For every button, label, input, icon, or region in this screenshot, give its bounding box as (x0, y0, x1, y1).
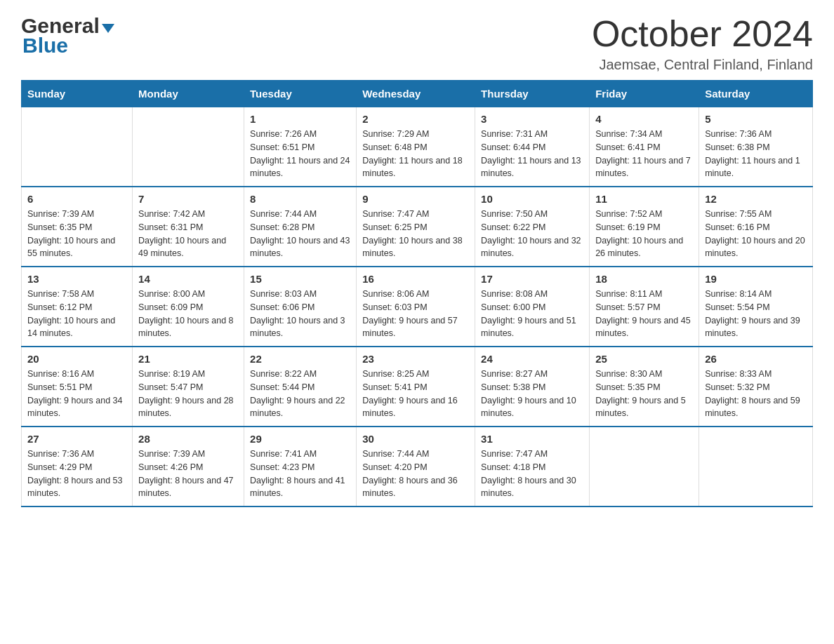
day-number: 12 (705, 193, 807, 205)
week-row-0: 1Sunrise: 7:26 AMSunset: 6:51 PMDaylight… (22, 107, 813, 187)
header-tuesday: Tuesday (244, 81, 357, 107)
calendar-cell: 26Sunrise: 8:33 AMSunset: 5:32 PMDayligh… (699, 347, 813, 427)
logo-triangle-icon (102, 24, 114, 33)
day-number: 8 (250, 193, 350, 205)
day-info: Sunrise: 8:06 AMSunset: 6:03 PMDaylight:… (362, 288, 469, 340)
day-number: 22 (250, 353, 350, 365)
day-number: 7 (138, 193, 238, 205)
header-friday: Friday (590, 81, 699, 107)
day-number: 20 (27, 353, 126, 365)
calendar-cell: 5Sunrise: 7:36 AMSunset: 6:38 PMDaylight… (699, 107, 813, 187)
calendar-cell: 13Sunrise: 7:58 AMSunset: 6:12 PMDayligh… (22, 267, 133, 347)
day-number: 4 (595, 113, 693, 125)
week-row-3: 20Sunrise: 8:16 AMSunset: 5:51 PMDayligh… (22, 347, 813, 427)
calendar-cell (699, 427, 813, 507)
title-section: October 2024 Jaemsae, Central Finland, F… (592, 14, 813, 73)
day-info: Sunrise: 8:16 AMSunset: 5:51 PMDaylight:… (27, 368, 126, 420)
calendar-cell: 18Sunrise: 8:11 AMSunset: 5:57 PMDayligh… (590, 267, 699, 347)
day-number: 3 (481, 113, 583, 125)
calendar-cell: 21Sunrise: 8:19 AMSunset: 5:47 PMDayligh… (133, 347, 244, 427)
day-info: Sunrise: 8:14 AMSunset: 5:54 PMDaylight:… (705, 288, 807, 340)
calendar-cell: 4Sunrise: 7:34 AMSunset: 6:41 PMDaylight… (590, 107, 699, 187)
day-number: 6 (27, 193, 126, 205)
calendar-cell: 24Sunrise: 8:27 AMSunset: 5:38 PMDayligh… (475, 347, 590, 427)
day-info: Sunrise: 8:00 AMSunset: 6:09 PMDaylight:… (138, 288, 238, 340)
calendar-cell: 6Sunrise: 7:39 AMSunset: 6:35 PMDaylight… (22, 187, 133, 267)
day-info: Sunrise: 7:47 AMSunset: 4:18 PMDaylight:… (481, 448, 583, 500)
day-number: 24 (481, 353, 583, 365)
day-info: Sunrise: 7:34 AMSunset: 6:41 PMDaylight:… (595, 128, 693, 180)
calendar-cell: 29Sunrise: 7:41 AMSunset: 4:23 PMDayligh… (244, 427, 357, 507)
day-number: 25 (595, 353, 693, 365)
calendar-cell: 3Sunrise: 7:31 AMSunset: 6:44 PMDaylight… (475, 107, 590, 187)
day-info: Sunrise: 7:36 AMSunset: 4:29 PMDaylight:… (27, 448, 126, 500)
calendar-cell: 12Sunrise: 7:55 AMSunset: 6:16 PMDayligh… (699, 187, 813, 267)
calendar-cell: 31Sunrise: 7:47 AMSunset: 4:18 PMDayligh… (475, 427, 590, 507)
day-info: Sunrise: 7:58 AMSunset: 6:12 PMDaylight:… (27, 288, 126, 340)
week-row-1: 6Sunrise: 7:39 AMSunset: 6:35 PMDaylight… (22, 187, 813, 267)
calendar-cell: 19Sunrise: 8:14 AMSunset: 5:54 PMDayligh… (699, 267, 813, 347)
day-number: 19 (705, 273, 807, 285)
calendar-cell: 8Sunrise: 7:44 AMSunset: 6:28 PMDaylight… (244, 187, 357, 267)
calendar-cell: 11Sunrise: 7:52 AMSunset: 6:19 PMDayligh… (590, 187, 699, 267)
day-info: Sunrise: 7:39 AMSunset: 4:26 PMDaylight:… (138, 448, 238, 500)
day-number: 1 (250, 113, 350, 125)
day-info: Sunrise: 7:39 AMSunset: 6:35 PMDaylight:… (27, 208, 126, 260)
day-number: 21 (138, 353, 238, 365)
day-number: 26 (705, 353, 807, 365)
day-number: 31 (481, 433, 583, 445)
calendar-cell: 15Sunrise: 8:03 AMSunset: 6:06 PMDayligh… (244, 267, 357, 347)
day-info: Sunrise: 8:19 AMSunset: 5:47 PMDaylight:… (138, 368, 238, 420)
day-info: Sunrise: 7:29 AMSunset: 6:48 PMDaylight:… (362, 128, 469, 180)
day-info: Sunrise: 7:55 AMSunset: 6:16 PMDaylight:… (705, 208, 807, 260)
day-number: 11 (595, 193, 693, 205)
day-number: 28 (138, 433, 238, 445)
day-info: Sunrise: 8:27 AMSunset: 5:38 PMDaylight:… (481, 368, 583, 420)
day-info: Sunrise: 7:36 AMSunset: 6:38 PMDaylight:… (705, 128, 807, 180)
subtitle: Jaemsae, Central Finland, Finland (592, 57, 813, 73)
header-wednesday: Wednesday (357, 81, 475, 107)
day-info: Sunrise: 7:44 AMSunset: 6:28 PMDaylight:… (250, 208, 350, 260)
calendar-cell: 14Sunrise: 8:00 AMSunset: 6:09 PMDayligh… (133, 267, 244, 347)
day-number: 2 (362, 113, 469, 125)
calendar-cell: 1Sunrise: 7:26 AMSunset: 6:51 PMDaylight… (244, 107, 357, 187)
calendar-header-row: SundayMondayTuesdayWednesdayThursdayFrid… (22, 81, 813, 107)
day-info: Sunrise: 7:50 AMSunset: 6:22 PMDaylight:… (481, 208, 583, 260)
page-header: General Blue October 2024 Jaemsae, Centr… (21, 14, 813, 73)
calendar-cell: 27Sunrise: 7:36 AMSunset: 4:29 PMDayligh… (22, 427, 133, 507)
calendar-cell: 25Sunrise: 8:30 AMSunset: 5:35 PMDayligh… (590, 347, 699, 427)
logo-blue: Blue (22, 34, 68, 58)
calendar-table: SundayMondayTuesdayWednesdayThursdayFrid… (21, 80, 813, 507)
calendar-cell: 28Sunrise: 7:39 AMSunset: 4:26 PMDayligh… (133, 427, 244, 507)
day-number: 10 (481, 193, 583, 205)
day-info: Sunrise: 7:26 AMSunset: 6:51 PMDaylight:… (250, 128, 350, 180)
calendar-cell: 7Sunrise: 7:42 AMSunset: 6:31 PMDaylight… (133, 187, 244, 267)
day-info: Sunrise: 8:03 AMSunset: 6:06 PMDaylight:… (250, 288, 350, 340)
logo: General Blue (21, 14, 114, 58)
header-sunday: Sunday (22, 81, 133, 107)
day-info: Sunrise: 7:47 AMSunset: 6:25 PMDaylight:… (362, 208, 469, 260)
header-saturday: Saturday (699, 81, 813, 107)
day-info: Sunrise: 7:44 AMSunset: 4:20 PMDaylight:… (362, 448, 469, 500)
calendar-cell: 16Sunrise: 8:06 AMSunset: 6:03 PMDayligh… (357, 267, 475, 347)
day-info: Sunrise: 7:31 AMSunset: 6:44 PMDaylight:… (481, 128, 583, 180)
day-info: Sunrise: 8:25 AMSunset: 5:41 PMDaylight:… (362, 368, 469, 420)
calendar-cell: 23Sunrise: 8:25 AMSunset: 5:41 PMDayligh… (357, 347, 475, 427)
header-thursday: Thursday (475, 81, 590, 107)
week-row-2: 13Sunrise: 7:58 AMSunset: 6:12 PMDayligh… (22, 267, 813, 347)
day-number: 14 (138, 273, 238, 285)
day-info: Sunrise: 8:33 AMSunset: 5:32 PMDaylight:… (705, 368, 807, 420)
day-info: Sunrise: 8:11 AMSunset: 5:57 PMDaylight:… (595, 288, 693, 340)
main-title: October 2024 (592, 14, 813, 54)
calendar-cell: 20Sunrise: 8:16 AMSunset: 5:51 PMDayligh… (22, 347, 133, 427)
calendar-cell: 30Sunrise: 7:44 AMSunset: 4:20 PMDayligh… (357, 427, 475, 507)
day-info: Sunrise: 8:30 AMSunset: 5:35 PMDaylight:… (595, 368, 693, 420)
calendar-cell: 10Sunrise: 7:50 AMSunset: 6:22 PMDayligh… (475, 187, 590, 267)
day-number: 9 (362, 193, 469, 205)
day-number: 27 (27, 433, 126, 445)
calendar-cell: 22Sunrise: 8:22 AMSunset: 5:44 PMDayligh… (244, 347, 357, 427)
day-info: Sunrise: 8:08 AMSunset: 6:00 PMDaylight:… (481, 288, 583, 340)
day-info: Sunrise: 7:52 AMSunset: 6:19 PMDaylight:… (595, 208, 693, 260)
day-number: 13 (27, 273, 126, 285)
calendar-cell: 17Sunrise: 8:08 AMSunset: 6:00 PMDayligh… (475, 267, 590, 347)
